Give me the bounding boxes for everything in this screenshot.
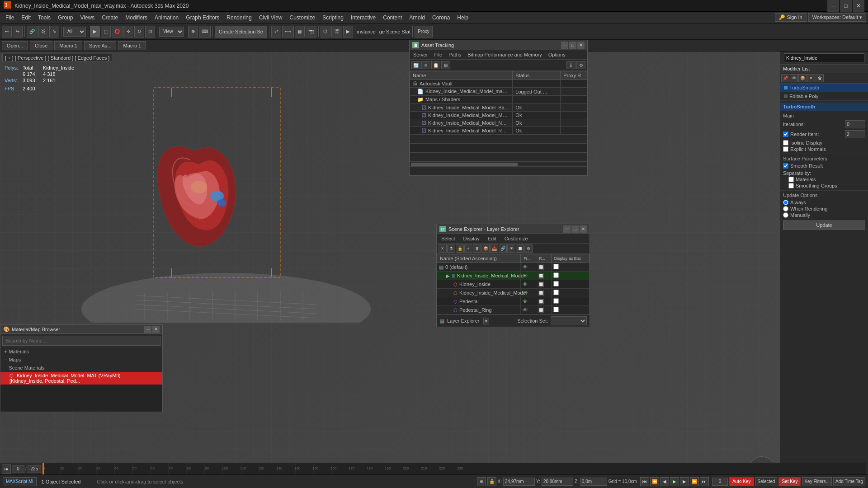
at-menu-paths[interactable]: Paths (448, 52, 462, 58)
current-frame-input[interactable] (712, 478, 728, 486)
se-menu-edit[interactable]: Edit (486, 235, 498, 242)
se-col-freeze[interactable]: Fr... (521, 254, 536, 263)
keyboard-shortcut-button[interactable]: ⌨ (199, 26, 211, 38)
menu-tools[interactable]: Tools (34, 12, 54, 23)
modifier-turbosm-item[interactable]: TurboSmooth (780, 84, 868, 92)
mod-sub-button[interactable]: ≡ (807, 74, 815, 82)
y-coord-input[interactable] (542, 478, 573, 486)
modifier-editpoly-item[interactable]: Editable Poly (780, 92, 868, 101)
bind-space-warp[interactable]: ∿ (49, 26, 59, 38)
render-iters-input[interactable] (845, 130, 865, 138)
prev-frame-btn[interactable]: ◀ (660, 477, 669, 486)
se-filter-button[interactable]: ⚗ (447, 244, 455, 253)
minimize-button[interactable]: ─ (827, 0, 839, 12)
se-options-btn[interactable]: ▾ (483, 318, 489, 324)
prev-key-button[interactable]: ⏪ (650, 477, 659, 486)
isolation-button[interactable]: ⊕ (477, 477, 486, 486)
proxy-button[interactable]: Proxy (415, 26, 433, 38)
at-scroll-thumb[interactable] (411, 163, 518, 166)
render-iters-checkbox[interactable] (783, 131, 788, 137)
align-button[interactable]: ⟺ (282, 26, 294, 38)
go-to-start-button[interactable]: ⏮ (640, 477, 649, 486)
rotate-button[interactable]: ↻ (134, 26, 144, 38)
viewport[interactable]: [ + ] [ Perspective ] [ Standard ] [ Edg… (0, 52, 780, 488)
mb-materials-section[interactable]: + Materials (0, 347, 162, 356)
when-rendering-radio[interactable] (783, 206, 788, 211)
next-frame-btn[interactable]: ▶ (680, 477, 689, 486)
manually-radio[interactable] (783, 212, 788, 218)
object-name-input[interactable] (784, 53, 864, 62)
undo-button[interactable]: ↩ (2, 26, 12, 38)
menu-scripting[interactable]: Scripting (319, 12, 347, 23)
mb-maps-section[interactable]: − Maps (0, 356, 162, 364)
se-col-name[interactable]: Name (Sorted Ascending) (437, 254, 521, 263)
frame-start-input[interactable] (12, 465, 24, 473)
close-button-macro[interactable]: Close (30, 41, 52, 50)
smoothing-groups-row[interactable]: Smoothing Groups (783, 183, 865, 188)
menu-content[interactable]: Content (379, 12, 406, 23)
at-col-proxy[interactable]: Proxy R (561, 71, 587, 80)
se-minimize-button[interactable]: ─ (563, 225, 571, 233)
menu-modifiers[interactable]: Modifiers (122, 12, 151, 23)
se-group-button[interactable]: 📦 (481, 244, 490, 253)
se-row-kidney-model[interactable]: ⬡ Kidney_Inside_Medical_Model 👁 🔲 (437, 289, 590, 297)
se-menu-customize[interactable]: Customize (503, 235, 530, 242)
mod-render-button[interactable]: 📦 (798, 74, 807, 82)
redo-button[interactable]: ↪ (13, 26, 23, 38)
key-filters-button[interactable]: Key Filters... (802, 477, 832, 486)
se-renderable-button[interactable]: 🔲 (516, 244, 524, 253)
smoothing-groups-checkbox[interactable] (788, 183, 794, 188)
restore-button[interactable]: □ (840, 0, 852, 12)
maxscript-button[interactable]: MAXScript Ml (3, 477, 37, 486)
at-details-button[interactable]: 📋 (431, 61, 440, 69)
materials-row[interactable]: Materials (783, 177, 865, 182)
lock-selection-button[interactable]: 🔒 (487, 477, 496, 486)
workspace-dropdown[interactable]: Workspaces: Default ▾ (808, 13, 866, 22)
se-options-button[interactable]: ⚙ (524, 244, 533, 253)
select-region-button[interactable]: ⬚ (101, 26, 111, 38)
selection-filter-dropdown[interactable]: All (63, 27, 86, 37)
use-pivot-button[interactable]: ⊕ (188, 26, 198, 38)
at-col-status[interactable]: Status (513, 71, 561, 80)
mb-search-input[interactable] (2, 336, 160, 346)
select-lasso-button[interactable]: ⭕ (112, 26, 123, 38)
se-col-render[interactable]: R... (536, 254, 552, 263)
menu-corona[interactable]: Corona (429, 12, 453, 23)
prev-frame-button[interactable]: ⏮ (2, 465, 11, 474)
isoline-row[interactable]: Isoline Display (783, 140, 865, 145)
at-close-button[interactable]: ✕ (577, 42, 585, 49)
create-selection-set-button[interactable]: Create Selection Se (215, 26, 267, 38)
go-to-end-button[interactable]: ⏭ (700, 477, 709, 486)
reference-coord-dropdown[interactable]: View (159, 27, 184, 37)
menu-views[interactable]: Views (76, 12, 98, 23)
sign-in-button[interactable]: 🔑 Sign In (775, 13, 806, 22)
next-key-button[interactable]: ⏩ (690, 477, 699, 486)
macro1-button[interactable]: Macro 1 (54, 41, 82, 50)
se-menu-display[interactable]: Display (462, 235, 481, 242)
mb-minimize-button[interactable]: ─ (144, 326, 151, 333)
iterations-input[interactable] (845, 120, 865, 128)
close-button[interactable]: ✕ (853, 0, 864, 12)
menu-file[interactable]: File (2, 12, 18, 23)
menu-arnold[interactable]: Arnold (406, 12, 429, 23)
at-menu-file[interactable]: File (433, 52, 443, 58)
mb-close-button[interactable]: ✕ (152, 326, 160, 333)
scale-button[interactable]: ⊡ (145, 26, 155, 38)
always-radio[interactable] (783, 200, 788, 205)
se-selection-set-dropdown[interactable] (551, 316, 587, 325)
menu-rendering[interactable]: Rendering (223, 12, 255, 23)
at-menu-bitmap[interactable]: Bitmap Performance and Memory (467, 52, 542, 58)
menu-civil-view[interactable]: Civil View (255, 12, 286, 23)
at-refresh-button[interactable]: 🔄 (411, 61, 420, 69)
se-row-kidney-inside[interactable]: ⬡ Kidney_Inside 👁 🔲 (437, 280, 590, 289)
se-close-button[interactable]: ✕ (580, 225, 587, 233)
x-coord-input[interactable] (503, 478, 535, 486)
se-delete-button[interactable]: 🗑 (473, 244, 481, 253)
unlink-button[interactable]: ⛓ (38, 26, 48, 38)
auto-key-button[interactable]: Auto Key (729, 477, 754, 486)
se-row-pedestal-ring[interactable]: ⬡ Pedestal_Ring 👁 🔲 (437, 306, 590, 314)
at-settings-button[interactable]: ⚙ (576, 61, 585, 69)
mod-remove-button[interactable]: 🗑 (816, 74, 824, 82)
always-row[interactable]: Always (783, 200, 865, 205)
save-as-button[interactable]: Save As... (84, 41, 117, 50)
